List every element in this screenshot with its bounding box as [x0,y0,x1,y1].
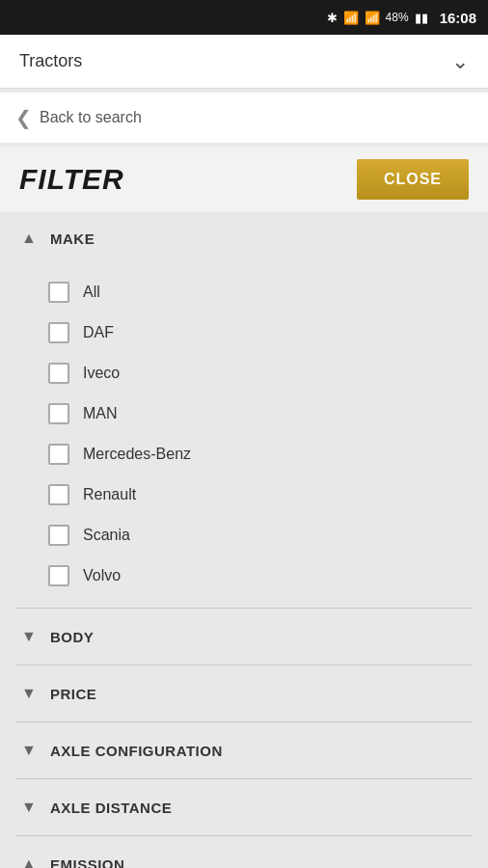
checkbox-iveco[interactable] [48,363,69,384]
battery-icon: ▮▮ [415,11,428,25]
axle-config-section-header[interactable]: ▼ AXLE CONFIGURATION [0,722,488,778]
make-item-label-daf: DAF [83,324,114,341]
make-items-list: All DAF Iveco MAN Mercedes-Benz Renault [0,264,488,608]
body-section: ▼ BODY [0,609,488,665]
dropdown-label: Tractors [19,51,82,71]
price-section-title: PRICE [50,686,96,702]
back-to-search-label: Back to search [40,109,142,126]
axle-distance-section-header[interactable]: ▼ AXLE DISTANCE [0,779,488,835]
checkbox-mercedes[interactable] [48,444,69,465]
chevron-down-icon: ⌄ [451,49,469,74]
make-item-all[interactable]: All [0,272,488,312]
close-button[interactable]: CLOSE [357,159,469,200]
make-item-label-man: MAN [83,405,118,422]
checkbox-renault[interactable] [48,484,69,505]
back-chevron-icon: ❮ [15,106,32,129]
status-bar: ✱ 📶 📶 48% ▮▮ 16:08 [0,0,488,35]
make-section: ▲ MAKE All DAF Iveco MAN Mercedes-B [0,212,488,608]
checkbox-daf[interactable] [48,322,69,343]
make-item-renault[interactable]: Renault [0,475,488,515]
make-item-label-iveco: Iveco [83,365,120,382]
status-time: 16:08 [440,10,476,26]
axle-distance-expand-icon: ▼ [19,799,39,816]
filter-title: FILTER [19,163,124,196]
axle-distance-section-title: AXLE DISTANCE [50,800,172,816]
signal-icon: 📶 [365,11,380,25]
filter-body: ▲ MAKE All DAF Iveco MAN Mercedes-B [0,212,488,868]
axle-config-section: ▼ AXLE CONFIGURATION [0,722,488,778]
make-item-scania[interactable]: Scania [0,515,488,556]
price-section: ▼ PRICE [0,665,488,721]
make-item-man[interactable]: MAN [0,393,488,434]
axle-config-section-title: AXLE CONFIGURATION [50,743,223,759]
make-item-iveco[interactable]: Iveco [0,353,488,393]
make-item-mercedes[interactable]: Mercedes-Benz [0,434,488,475]
emission-section-header[interactable]: ▲ EMISSION [0,836,488,868]
body-section-title: BODY [50,629,94,645]
axle-config-expand-icon: ▼ [19,742,39,759]
back-to-search-bar[interactable]: ❮ Back to search [0,93,488,143]
checkbox-volvo[interactable] [48,565,69,586]
battery-percent: 48% [386,11,409,24]
make-section-title: MAKE [50,231,95,247]
make-item-daf[interactable]: DAF [0,312,488,353]
make-section-header[interactable]: ▲ MAKE [0,212,488,264]
make-item-label-mercedes: Mercedes-Benz [83,446,191,463]
emission-section-title: EMISSION [50,856,124,869]
make-item-label-renault: Renault [83,486,136,503]
status-icons: ✱ 📶 📶 48% ▮▮ 16:08 [327,10,476,26]
wifi-icon: 📶 [343,11,359,25]
category-dropdown[interactable]: Tractors ⌄ [0,35,488,89]
price-section-header[interactable]: ▼ PRICE [0,665,488,721]
emission-expand-icon: ▲ [19,855,39,868]
axle-distance-section: ▼ AXLE DISTANCE [0,779,488,835]
make-item-volvo[interactable]: Volvo [0,556,488,596]
emission-section: ▲ EMISSION [0,836,488,868]
body-expand-icon: ▼ [19,628,39,645]
make-item-label-scania: Scania [83,527,130,544]
body-section-header[interactable]: ▼ BODY [0,609,488,665]
make-item-label-volvo: Volvo [83,567,121,584]
make-collapse-icon: ▲ [19,230,39,247]
price-expand-icon: ▼ [19,685,39,702]
bluetooth-icon: ✱ [327,11,338,25]
checkbox-all[interactable] [48,282,69,303]
checkbox-scania[interactable] [48,525,69,546]
make-item-label-all: All [83,284,100,301]
filter-header: FILTER CLOSE [0,147,488,212]
checkbox-man[interactable] [48,403,69,424]
